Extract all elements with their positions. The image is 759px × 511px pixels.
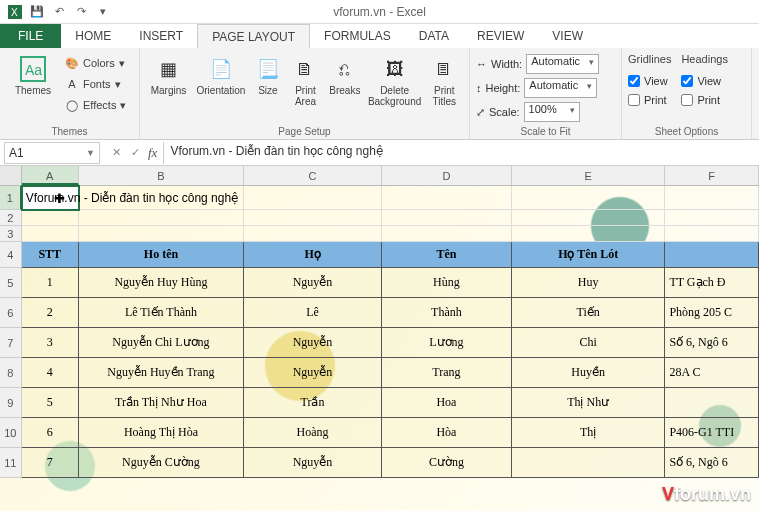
cell[interactable]: Lê Tiến Thành — [79, 298, 244, 328]
row-header-1[interactable]: 1 — [0, 186, 22, 210]
cell[interactable]: P406-G1 TTI — [665, 418, 759, 448]
cell[interactable] — [665, 186, 759, 210]
row-header[interactable]: 8 — [0, 358, 22, 388]
tab-page-layout[interactable]: PAGE LAYOUT — [197, 24, 310, 48]
orientation-button[interactable]: 📄Orientation — [193, 51, 249, 96]
col-header-a[interactable]: A — [22, 166, 79, 185]
cell[interactable] — [382, 226, 512, 242]
cell[interactable] — [382, 210, 512, 226]
cell[interactable]: 3 — [22, 328, 79, 358]
fonts-button[interactable]: AFonts ▾ — [62, 74, 129, 94]
cell[interactable]: Huy — [512, 268, 666, 298]
cell[interactable]: Nguyễn — [244, 448, 382, 478]
scale-input[interactable]: 100% — [524, 102, 580, 122]
redo-icon[interactable]: ↷ — [72, 3, 90, 21]
cell[interactable]: Huyền — [512, 358, 666, 388]
gridlines-view-checkbox[interactable]: View — [628, 72, 671, 90]
cell[interactable]: 5 — [22, 388, 79, 418]
cell[interactable] — [244, 210, 382, 226]
cell[interactable]: Thành — [382, 298, 512, 328]
cell[interactable]: Trang — [382, 358, 512, 388]
tab-file[interactable]: FILE — [0, 24, 61, 48]
themes-button[interactable]: Aa Themes — [6, 51, 60, 96]
chevron-down-icon[interactable]: ▼ — [86, 148, 95, 158]
cell[interactable] — [382, 186, 512, 210]
cell[interactable]: Cường — [382, 448, 512, 478]
cell[interactable]: Thị Như — [512, 388, 666, 418]
row-header[interactable]: 7 — [0, 328, 22, 358]
cell[interactable]: STT — [22, 242, 79, 268]
cell[interactable] — [79, 226, 244, 242]
cell[interactable]: 4 — [22, 358, 79, 388]
row-header[interactable]: 9 — [0, 388, 22, 418]
undo-icon[interactable]: ↶ — [50, 3, 68, 21]
cell[interactable]: Chi — [512, 328, 666, 358]
row-header[interactable]: 11 — [0, 448, 22, 478]
colors-button[interactable]: 🎨Colors ▾ — [62, 53, 129, 73]
margins-button[interactable]: ▦Margins — [146, 51, 191, 96]
cell[interactable]: Thị — [512, 418, 666, 448]
cell[interactable]: Hoàng Thị Hòa — [79, 418, 244, 448]
col-header-c[interactable]: C — [244, 166, 382, 185]
cell[interactable]: Số 6, Ngõ 6 — [665, 448, 759, 478]
cell[interactable]: Phòng 205 C — [665, 298, 759, 328]
enter-icon[interactable]: ✓ — [131, 146, 140, 159]
headings-view-checkbox[interactable]: View — [681, 72, 727, 90]
row-header[interactable]: 6 — [0, 298, 22, 328]
cell[interactable] — [512, 186, 666, 210]
cell[interactable]: 6 — [22, 418, 79, 448]
cell[interactable]: Họ — [244, 242, 382, 268]
tab-review[interactable]: REVIEW — [463, 24, 538, 48]
tab-view[interactable]: VIEW — [538, 24, 597, 48]
row-header-4[interactable]: 4 — [0, 242, 22, 268]
cell[interactable] — [22, 210, 79, 226]
formula-bar[interactable]: Vforum.vn - Diễn đàn tin học công nghệ — [163, 142, 759, 164]
cell[interactable]: Nguyễn Chi Lương — [79, 328, 244, 358]
cell[interactable] — [665, 210, 759, 226]
cell[interactable]: Số 6, Ngô 6 — [665, 328, 759, 358]
cell[interactable]: Hòa — [382, 418, 512, 448]
cell[interactable]: Lương — [382, 328, 512, 358]
gridlines-print-checkbox[interactable]: Print — [628, 91, 671, 109]
cell[interactable]: Nguyễn Cường — [79, 448, 244, 478]
effects-button[interactable]: ◯Effects ▾ — [62, 95, 129, 115]
cancel-icon[interactable]: ✕ — [112, 146, 121, 159]
cell[interactable] — [665, 388, 759, 418]
headings-print-checkbox[interactable]: Print — [681, 91, 727, 109]
cell[interactable] — [665, 226, 759, 242]
cell[interactable]: 7 — [22, 448, 79, 478]
cell[interactable] — [512, 448, 666, 478]
cell-a1[interactable]: Vforum.vn - Diễn đàn tin học công nghệ ✚ — [22, 186, 79, 210]
cell[interactable]: Trần — [244, 388, 382, 418]
cell[interactable]: Nguyễn — [244, 328, 382, 358]
cell[interactable] — [512, 226, 666, 242]
col-header-e[interactable]: E — [512, 166, 666, 185]
cell[interactable]: 1 — [22, 268, 79, 298]
cell[interactable]: Hùng — [382, 268, 512, 298]
cell[interactable] — [512, 210, 666, 226]
width-select[interactable]: Automatic — [526, 54, 599, 74]
cell[interactable]: Nguyễn — [244, 358, 382, 388]
print-area-button[interactable]: 🗎Print Area — [287, 51, 324, 107]
cell[interactable]: Lê — [244, 298, 382, 328]
row-header[interactable]: 10 — [0, 418, 22, 448]
cell[interactable]: Nguyễn — [244, 268, 382, 298]
tab-insert[interactable]: INSERT — [125, 24, 197, 48]
height-select[interactable]: Automatic — [524, 78, 597, 98]
cell[interactable]: Trần Thị Như Hoa — [79, 388, 244, 418]
cell[interactable]: Nguyễn Huyền Trang — [79, 358, 244, 388]
col-header-f[interactable]: F — [665, 166, 759, 185]
qat-dropdown-icon[interactable]: ▾ — [94, 3, 112, 21]
print-titles-button[interactable]: 🗏Print Titles — [426, 51, 463, 107]
cell[interactable] — [244, 186, 382, 210]
size-button[interactable]: 📃Size — [251, 51, 285, 96]
cell[interactable]: Tiến — [512, 298, 666, 328]
col-header-d[interactable]: D — [382, 166, 512, 185]
row-header-2[interactable]: 2 — [0, 210, 22, 226]
delete-background-button[interactable]: 🖼Delete Background — [366, 51, 424, 107]
tab-data[interactable]: DATA — [405, 24, 463, 48]
tab-formulas[interactable]: FORMULAS — [310, 24, 405, 48]
save-icon[interactable]: 💾 — [28, 3, 46, 21]
name-box[interactable]: A1▼ — [4, 142, 100, 164]
cell[interactable]: Tên — [382, 242, 512, 268]
